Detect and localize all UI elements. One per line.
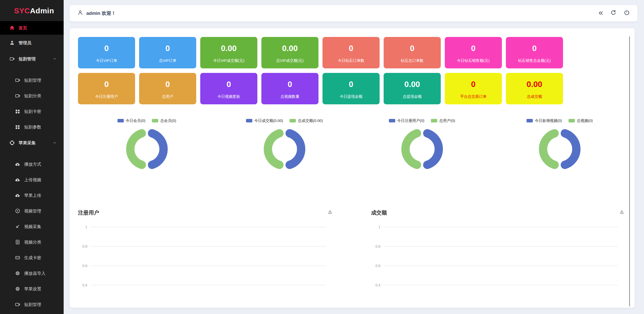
sidebar-item-label: 短剧卡密 xyxy=(24,109,41,114)
stat-value: 0 xyxy=(166,80,170,89)
legend-item[interactable]: 今日新增视频(0) xyxy=(527,118,562,123)
power-icon[interactable] xyxy=(624,10,630,17)
legend-swatch xyxy=(117,119,124,122)
stat-label: 总成交额 xyxy=(527,94,542,99)
legend-item[interactable]: 今日注册用户(0) xyxy=(389,118,424,123)
stat-card-3: 0.00总VIP成交额(元) xyxy=(261,37,318,68)
stat-label: 总VIP成交额(元) xyxy=(276,58,304,63)
topbar-actions: « xyxy=(599,10,630,17)
gridline-row: 0.4 xyxy=(371,275,626,295)
dashboard-card: 0今日VIP订单0总VIP订单0.00今日VIP成交额(元)0.00总VIP成交… xyxy=(70,28,635,308)
y-axis-tick: 0.8 xyxy=(78,244,91,248)
legend-item[interactable]: 今日成交额(0.00) xyxy=(246,118,283,123)
stat-label: 今日VIP成交额(元) xyxy=(213,58,244,63)
sidebar-item-10[interactable]: 苹果上传 xyxy=(0,188,64,203)
sidebar-item-15[interactable]: 播放器导入 xyxy=(0,265,64,281)
sidebar-item-0[interactable]: 首页 xyxy=(0,21,64,35)
sidebar-item-5[interactable]: 短剧卡密 xyxy=(0,104,64,119)
download-icon[interactable] xyxy=(619,209,625,216)
sidebar-item-label: 短剧分类 xyxy=(24,93,41,99)
chevron-up-icon[interactable] xyxy=(53,58,56,60)
vertical-scrollbar[interactable] xyxy=(629,36,630,306)
card-icon xyxy=(15,255,20,260)
home-icon xyxy=(10,25,15,30)
stat-label: 今日注册用户 xyxy=(95,94,118,99)
download-icon[interactable] xyxy=(327,209,333,216)
gridline xyxy=(91,246,326,247)
line-chart-panel-0: 注册用户10.80.60.4 xyxy=(78,209,335,295)
legend-label: 今日注册用户(0) xyxy=(397,118,424,123)
legend-item[interactable]: 总视频(0) xyxy=(569,118,593,123)
legend-swatch xyxy=(152,119,158,122)
sidebar-item-label: 播放方式 xyxy=(24,161,41,167)
stat-card-5: 0钻石总订单数 xyxy=(384,37,441,68)
arrow-down-left-icon xyxy=(15,224,20,229)
donut-chart xyxy=(262,126,307,172)
legend-label: 今日会员(0) xyxy=(126,118,145,123)
sidebar-item-11[interactable]: 视频管理 xyxy=(0,203,64,219)
y-axis-tick: 1 xyxy=(371,225,384,229)
donut-legend: 今日注册用户(0)总用户(0) xyxy=(389,118,455,123)
y-axis-tick: 1 xyxy=(78,225,91,229)
video-icon xyxy=(15,93,20,98)
sidebar-item-label: 视频管理 xyxy=(24,208,41,214)
stat-card-4: 0今日钻石订单数 xyxy=(323,37,380,68)
welcome-text: admin 欢迎！ xyxy=(86,10,116,17)
gridline xyxy=(384,265,618,266)
video-icon xyxy=(10,56,15,61)
legend-item[interactable]: 总用户(0) xyxy=(431,118,455,123)
user-icon xyxy=(77,10,83,17)
sidebar-item-label: 短剧管理 xyxy=(24,77,41,83)
sidebar-item-label: 短剧管理 xyxy=(24,302,41,307)
stat-card-12: 0今日提现金额 xyxy=(323,73,380,104)
sidebar-item-label: 播放器导入 xyxy=(24,271,46,276)
legend-item[interactable]: 总会员(0) xyxy=(152,118,176,123)
stat-card-11: 0总视频数量 xyxy=(261,73,318,104)
sidebar-item-4[interactable]: 短剧分类 xyxy=(0,88,64,104)
sidebar-item-1[interactable]: 管理员 xyxy=(0,35,64,51)
sidebar-item-7[interactable]: 苹果采集 xyxy=(0,135,64,151)
stat-value: 0.00 xyxy=(527,80,542,89)
sidebar-item-9[interactable]: 上传视频 xyxy=(0,172,64,188)
user-icon xyxy=(10,40,15,45)
sidebar-item-14[interactable]: 生成卡密 xyxy=(0,250,64,265)
gridline-row: 0.8 xyxy=(371,237,626,256)
sidebar-item-13[interactable]: 视频分类 xyxy=(0,234,64,250)
legend-label: 今日新增视频(0) xyxy=(535,118,562,123)
sidebar-item-label: 苹果上传 xyxy=(24,193,41,198)
legend-item[interactable]: 总成交额(0.00) xyxy=(290,118,323,123)
refresh-icon[interactable] xyxy=(610,10,617,17)
stat-value: 0 xyxy=(288,80,292,89)
topbar: admin 欢迎！ « xyxy=(70,5,637,21)
sidebar-item-label: 视频采集 xyxy=(24,224,41,230)
stat-label: 今日钻石销售额(元) xyxy=(457,58,490,63)
sidebar-item-16[interactable]: 苹果设置 xyxy=(0,281,64,297)
sidebar-item-2[interactable]: 短剧管理 xyxy=(0,51,64,67)
donut-chart-panel-0: 今日会员(0)总会员(0) xyxy=(78,118,216,172)
sidebar-item-12[interactable]: 视频采集 xyxy=(0,219,64,234)
y-axis-tick: 0.6 xyxy=(78,264,91,268)
legend-item[interactable]: 今日会员(0) xyxy=(117,118,145,123)
y-axis-tick: 0.8 xyxy=(371,244,384,248)
gridline-row: 1 xyxy=(371,217,626,237)
stat-value: 0.00 xyxy=(221,44,236,53)
sidebar-item-3[interactable]: 短剧管理 xyxy=(0,72,64,88)
collapse-sidebar-icon[interactable]: « xyxy=(599,9,603,16)
gear-icon xyxy=(15,286,20,291)
donut-chart xyxy=(399,126,445,172)
stat-label: 今日钻石订单数 xyxy=(338,58,364,63)
gridline-row: 0.6 xyxy=(78,256,335,275)
stat-label: 钻石销售总金额(元) xyxy=(518,58,551,63)
sidebar-item-6[interactable]: 短剧参数 xyxy=(0,119,64,135)
sidebar-item-label: 视频分类 xyxy=(24,239,41,245)
y-axis-tick: 0.4 xyxy=(78,283,91,287)
sidebar-item-8[interactable]: 播放方式 xyxy=(0,156,64,172)
sidebar-item-17[interactable]: 短剧管理 xyxy=(0,297,64,312)
stat-value: 0 xyxy=(349,80,353,89)
stat-value: 0.00 xyxy=(282,44,298,53)
stat-value: 0.00 xyxy=(404,80,420,89)
gridline-row: 1 xyxy=(78,217,335,237)
chevron-up-icon[interactable] xyxy=(53,142,56,144)
legend-swatch xyxy=(290,119,296,122)
stat-card-7: 0钻石销售总金额(元) xyxy=(506,37,563,68)
